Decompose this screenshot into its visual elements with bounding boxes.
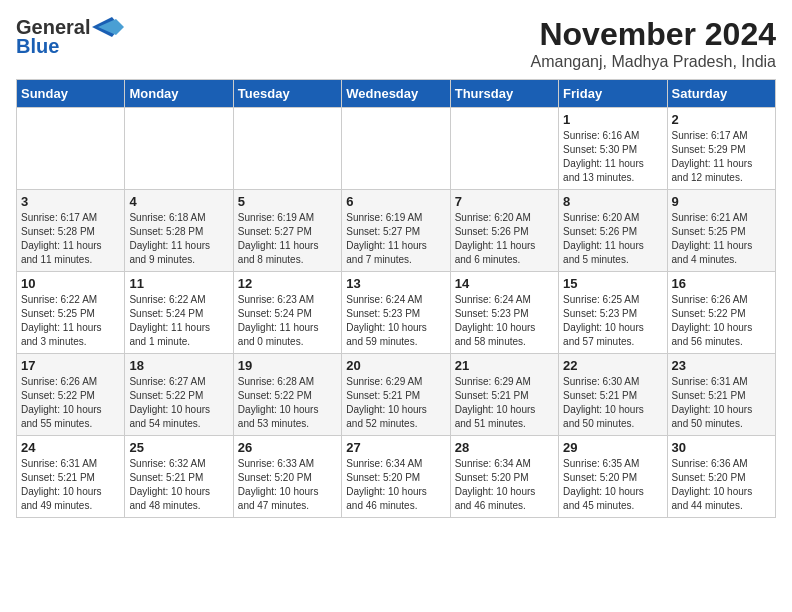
calendar-cell-w5-d2: 25Sunrise: 6:32 AM Sunset: 5:21 PM Dayli… [125,436,233,518]
calendar-cell-w4-d5: 21Sunrise: 6:29 AM Sunset: 5:21 PM Dayli… [450,354,558,436]
day-info: Sunrise: 6:31 AM Sunset: 5:21 PM Dayligh… [672,375,771,431]
day-number: 6 [346,194,445,209]
day-info: Sunrise: 6:21 AM Sunset: 5:25 PM Dayligh… [672,211,771,267]
calendar-cell-w2-d6: 8Sunrise: 6:20 AM Sunset: 5:26 PM Daylig… [559,190,667,272]
header-saturday: Saturday [667,80,775,108]
calendar-cell-w1-d1 [17,108,125,190]
day-info: Sunrise: 6:19 AM Sunset: 5:27 PM Dayligh… [238,211,337,267]
day-info: Sunrise: 6:17 AM Sunset: 5:29 PM Dayligh… [672,129,771,185]
calendar-cell-w1-d5 [450,108,558,190]
day-info: Sunrise: 6:27 AM Sunset: 5:22 PM Dayligh… [129,375,228,431]
day-number: 3 [21,194,120,209]
day-number: 19 [238,358,337,373]
calendar-cell-w2-d1: 3Sunrise: 6:17 AM Sunset: 5:28 PM Daylig… [17,190,125,272]
day-info: Sunrise: 6:19 AM Sunset: 5:27 PM Dayligh… [346,211,445,267]
calendar-week-5: 24Sunrise: 6:31 AM Sunset: 5:21 PM Dayli… [17,436,776,518]
header-tuesday: Tuesday [233,80,341,108]
page-header: General Blue November 2024 Amanganj, Mad… [16,16,776,71]
calendar-cell-w2-d7: 9Sunrise: 6:21 AM Sunset: 5:25 PM Daylig… [667,190,775,272]
day-number: 5 [238,194,337,209]
calendar-cell-w2-d2: 4Sunrise: 6:18 AM Sunset: 5:28 PM Daylig… [125,190,233,272]
day-info: Sunrise: 6:22 AM Sunset: 5:24 PM Dayligh… [129,293,228,349]
day-number: 8 [563,194,662,209]
header-friday: Friday [559,80,667,108]
calendar-header-row: Sunday Monday Tuesday Wednesday Thursday… [17,80,776,108]
calendar-week-4: 17Sunrise: 6:26 AM Sunset: 5:22 PM Dayli… [17,354,776,436]
day-info: Sunrise: 6:24 AM Sunset: 5:23 PM Dayligh… [346,293,445,349]
day-info: Sunrise: 6:35 AM Sunset: 5:20 PM Dayligh… [563,457,662,513]
calendar-cell-w1-d2 [125,108,233,190]
calendar-cell-w5-d7: 30Sunrise: 6:36 AM Sunset: 5:20 PM Dayli… [667,436,775,518]
day-info: Sunrise: 6:31 AM Sunset: 5:21 PM Dayligh… [21,457,120,513]
main-title: November 2024 [531,16,776,53]
day-number: 28 [455,440,554,455]
calendar-cell-w3-d2: 11Sunrise: 6:22 AM Sunset: 5:24 PM Dayli… [125,272,233,354]
day-info: Sunrise: 6:24 AM Sunset: 5:23 PM Dayligh… [455,293,554,349]
day-number: 9 [672,194,771,209]
day-info: Sunrise: 6:34 AM Sunset: 5:20 PM Dayligh… [455,457,554,513]
calendar-week-3: 10Sunrise: 6:22 AM Sunset: 5:25 PM Dayli… [17,272,776,354]
day-info: Sunrise: 6:18 AM Sunset: 5:28 PM Dayligh… [129,211,228,267]
day-info: Sunrise: 6:20 AM Sunset: 5:26 PM Dayligh… [563,211,662,267]
calendar-cell-w4-d1: 17Sunrise: 6:26 AM Sunset: 5:22 PM Dayli… [17,354,125,436]
day-info: Sunrise: 6:20 AM Sunset: 5:26 PM Dayligh… [455,211,554,267]
calendar-cell-w4-d2: 18Sunrise: 6:27 AM Sunset: 5:22 PM Dayli… [125,354,233,436]
calendar-cell-w5-d4: 27Sunrise: 6:34 AM Sunset: 5:20 PM Dayli… [342,436,450,518]
day-number: 27 [346,440,445,455]
logo-text-blue: Blue [16,35,59,58]
day-number: 29 [563,440,662,455]
day-number: 16 [672,276,771,291]
day-info: Sunrise: 6:26 AM Sunset: 5:22 PM Dayligh… [21,375,120,431]
calendar-cell-w1-d3 [233,108,341,190]
day-info: Sunrise: 6:34 AM Sunset: 5:20 PM Dayligh… [346,457,445,513]
day-info: Sunrise: 6:26 AM Sunset: 5:22 PM Dayligh… [672,293,771,349]
calendar-cell-w5-d6: 29Sunrise: 6:35 AM Sunset: 5:20 PM Dayli… [559,436,667,518]
calendar-cell-w1-d7: 2Sunrise: 6:17 AM Sunset: 5:29 PM Daylig… [667,108,775,190]
day-number: 30 [672,440,771,455]
day-number: 2 [672,112,771,127]
calendar-cell-w5-d5: 28Sunrise: 6:34 AM Sunset: 5:20 PM Dayli… [450,436,558,518]
day-info: Sunrise: 6:30 AM Sunset: 5:21 PM Dayligh… [563,375,662,431]
day-info: Sunrise: 6:29 AM Sunset: 5:21 PM Dayligh… [455,375,554,431]
header-wednesday: Wednesday [342,80,450,108]
calendar-cell-w1-d4 [342,108,450,190]
logo: General Blue [16,16,124,58]
day-number: 4 [129,194,228,209]
header-thursday: Thursday [450,80,558,108]
day-number: 15 [563,276,662,291]
calendar-cell-w3-d7: 16Sunrise: 6:26 AM Sunset: 5:22 PM Dayli… [667,272,775,354]
subtitle: Amanganj, Madhya Pradesh, India [531,53,776,71]
day-info: Sunrise: 6:25 AM Sunset: 5:23 PM Dayligh… [563,293,662,349]
calendar-cell-w3-d3: 12Sunrise: 6:23 AM Sunset: 5:24 PM Dayli… [233,272,341,354]
day-info: Sunrise: 6:16 AM Sunset: 5:30 PM Dayligh… [563,129,662,185]
calendar-cell-w2-d4: 6Sunrise: 6:19 AM Sunset: 5:27 PM Daylig… [342,190,450,272]
calendar-cell-w3-d6: 15Sunrise: 6:25 AM Sunset: 5:23 PM Dayli… [559,272,667,354]
day-info: Sunrise: 6:22 AM Sunset: 5:25 PM Dayligh… [21,293,120,349]
calendar-week-1: 1Sunrise: 6:16 AM Sunset: 5:30 PM Daylig… [17,108,776,190]
day-info: Sunrise: 6:23 AM Sunset: 5:24 PM Dayligh… [238,293,337,349]
day-info: Sunrise: 6:29 AM Sunset: 5:21 PM Dayligh… [346,375,445,431]
calendar-cell-w3-d4: 13Sunrise: 6:24 AM Sunset: 5:23 PM Dayli… [342,272,450,354]
day-number: 17 [21,358,120,373]
calendar-cell-w1-d6: 1Sunrise: 6:16 AM Sunset: 5:30 PM Daylig… [559,108,667,190]
day-number: 10 [21,276,120,291]
day-number: 12 [238,276,337,291]
day-number: 1 [563,112,662,127]
day-number: 11 [129,276,228,291]
day-info: Sunrise: 6:32 AM Sunset: 5:21 PM Dayligh… [129,457,228,513]
day-number: 24 [21,440,120,455]
header-monday: Monday [125,80,233,108]
calendar-cell-w2-d5: 7Sunrise: 6:20 AM Sunset: 5:26 PM Daylig… [450,190,558,272]
day-info: Sunrise: 6:33 AM Sunset: 5:20 PM Dayligh… [238,457,337,513]
calendar-cell-w4-d4: 20Sunrise: 6:29 AM Sunset: 5:21 PM Dayli… [342,354,450,436]
day-number: 13 [346,276,445,291]
day-number: 22 [563,358,662,373]
day-info: Sunrise: 6:36 AM Sunset: 5:20 PM Dayligh… [672,457,771,513]
calendar-cell-w4-d3: 19Sunrise: 6:28 AM Sunset: 5:22 PM Dayli… [233,354,341,436]
calendar-cell-w4-d6: 22Sunrise: 6:30 AM Sunset: 5:21 PM Dayli… [559,354,667,436]
title-area: November 2024 Amanganj, Madhya Pradesh, … [531,16,776,71]
calendar-cell-w2-d3: 5Sunrise: 6:19 AM Sunset: 5:27 PM Daylig… [233,190,341,272]
day-info: Sunrise: 6:28 AM Sunset: 5:22 PM Dayligh… [238,375,337,431]
calendar-cell-w5-d3: 26Sunrise: 6:33 AM Sunset: 5:20 PM Dayli… [233,436,341,518]
calendar-table: Sunday Monday Tuesday Wednesday Thursday… [16,79,776,518]
